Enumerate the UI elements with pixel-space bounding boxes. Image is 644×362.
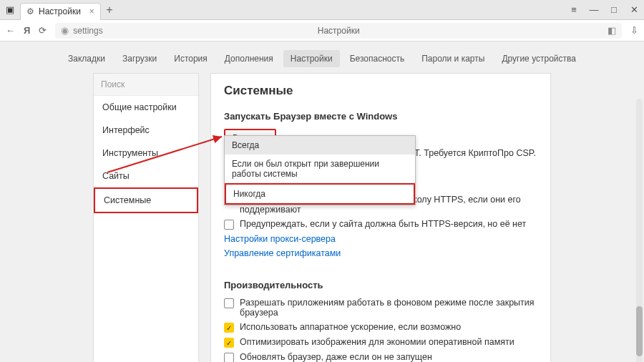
check-background[interactable]: Разрешать приложениям работать в фоновом… (224, 298, 537, 318)
checkbox-label: Использовать аппаратное ускорение, если … (240, 322, 461, 332)
content: Поиск Общие настройки Интерфейс Инструме… (0, 73, 644, 362)
sidebar-item-interface[interactable]: Интерфейс (94, 119, 198, 142)
check-optimize[interactable]: ✓ Оптимизировать изображения для экономи… (224, 337, 537, 348)
checkbox-icon (224, 353, 234, 362)
page: Закладки Загрузки История Дополнения Нас… (0, 41, 644, 362)
settings-tabs: Закладки Загрузки История Дополнения Нас… (0, 41, 644, 73)
dropdown-option-always[interactable]: Всегда (225, 136, 415, 155)
tab-passwords[interactable]: Пароли и карты (414, 50, 492, 67)
back-icon[interactable]: ← (6, 25, 15, 36)
gear-icon: ⚙ (26, 6, 34, 16)
checkbox-icon (224, 220, 234, 230)
bookmark-icon[interactable]: ◧ (608, 25, 616, 36)
checkbox-checked-icon: ✓ (224, 338, 234, 348)
tab-history[interactable]: История (167, 50, 215, 67)
close-button[interactable]: ✕ (624, 4, 644, 15)
tab-security[interactable]: Безопасность (343, 50, 412, 67)
sidebar-item-tools[interactable]: Инструменты (94, 142, 198, 165)
window-controls: ≡ — □ ✕ (564, 4, 644, 15)
main-panel: Системные Запускать Браузер вместе с Win… (210, 73, 551, 362)
addressbar: ← Я ⟳ ◉ settings Настройки ◧ ⇩ (0, 20, 644, 41)
checkbox-icon (224, 298, 234, 308)
section-startup: Запускать Браузер вместе с Windows (224, 111, 537, 122)
dropdown-option-ifopen[interactable]: Если он был открыт при завершении работы… (225, 155, 415, 183)
minimize-button[interactable]: — (584, 4, 604, 15)
sidebar-item-sites[interactable]: Сайты (94, 165, 198, 187)
tab-downloads[interactable]: Загрузки (115, 50, 164, 67)
sidebar-toggle-icon[interactable]: ▣ (0, 4, 20, 15)
check-https-warn[interactable]: Предупреждать, если у сайта должна быть … (224, 219, 537, 230)
section-performance: Производительность (224, 280, 537, 290)
site-info-icon: ◉ (61, 25, 69, 36)
url-text: settings (73, 26, 102, 36)
link-proxy[interactable]: Настройки прокси-сервера (224, 234, 537, 244)
checkbox-label: Предупреждать, если у сайта должна быть … (240, 219, 526, 229)
tab-bookmarks[interactable]: Закладки (61, 50, 112, 67)
dropdown-option-never[interactable]: Никогда (225, 183, 415, 205)
checkbox-label: Оптимизировать изображения для экономии … (240, 337, 514, 347)
sidebar-item-system[interactable]: Системные (94, 187, 198, 213)
scrollbar-thumb[interactable] (636, 306, 643, 356)
tab-addons[interactable]: Дополнения (218, 50, 280, 67)
checkbox-checked-icon: ✓ (224, 323, 234, 333)
tab-devices[interactable]: Другие устройства (494, 50, 583, 67)
tab-settings[interactable]: Настройки (283, 50, 340, 67)
checkbox-label: Обновлять браузер, даже если он не запущ… (240, 352, 432, 362)
tab-close-icon[interactable]: × (89, 6, 94, 16)
search-input[interactable]: Поиск (94, 74, 198, 96)
maximize-button[interactable]: □ (604, 4, 624, 15)
menu-icon[interactable]: ≡ (564, 4, 584, 15)
reload-icon[interactable]: ⟳ (39, 25, 47, 36)
check-update[interactable]: Обновлять браузер, даже если он не запущ… (224, 352, 537, 362)
browser-tab[interactable]: ⚙ Настройки × (20, 3, 101, 20)
download-icon[interactable]: ⇩ (630, 25, 638, 36)
page-heading: Системные (224, 84, 537, 98)
page-title-addr: Настройки (318, 26, 360, 36)
check-hwaccel[interactable]: ✓ Использовать аппаратное ускорение, есл… (224, 322, 537, 333)
titlebar: ▣ ⚙ Настройки × + ≡ — □ ✕ (0, 0, 644, 20)
new-tab-button[interactable]: + (101, 4, 118, 16)
sidebar-item-general[interactable]: Общие настройки (94, 96, 198, 119)
sidebar: Поиск Общие настройки Интерфейс Инструме… (93, 73, 199, 362)
checkbox-label: Разрешать приложениям работать в фоновом… (240, 298, 537, 318)
link-cert[interactable]: Управление сертификатами (224, 248, 537, 258)
yandex-icon[interactable]: Я (24, 25, 30, 36)
address-input[interactable]: ◉ settings Настройки ◧ (55, 23, 622, 39)
tab-title: Настройки (39, 6, 81, 16)
startup-dropdown: Всегда Если он был открыт при завершении… (224, 135, 416, 205)
